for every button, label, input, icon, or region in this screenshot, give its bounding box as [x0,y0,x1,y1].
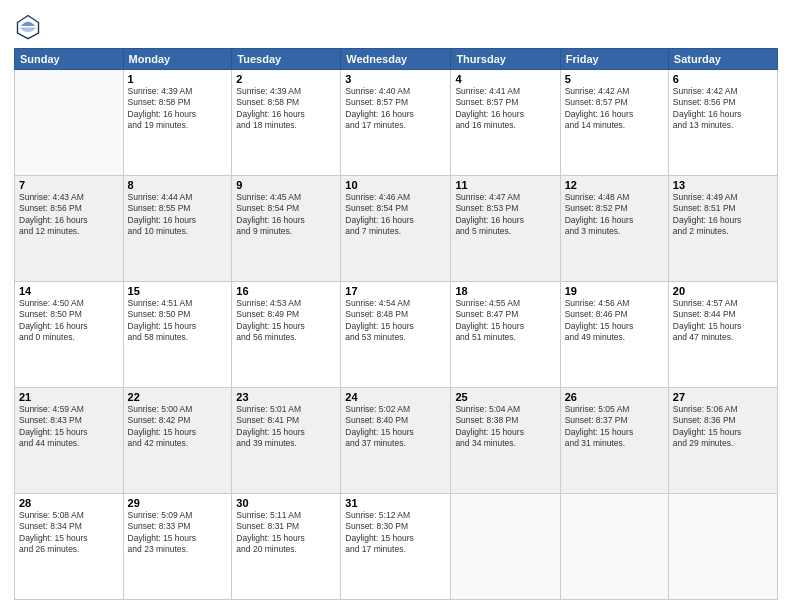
day-number: 12 [565,179,664,191]
calendar-table: SundayMondayTuesdayWednesdayThursdayFrid… [14,48,778,600]
weekday-header: Friday [560,49,668,70]
day-number: 23 [236,391,336,403]
day-number: 2 [236,73,336,85]
day-number: 24 [345,391,446,403]
day-detail: Sunrise: 4:53 AM Sunset: 8:49 PM Dayligh… [236,298,336,344]
calendar-day-cell: 3Sunrise: 4:40 AM Sunset: 8:57 PM Daylig… [341,70,451,176]
day-number: 1 [128,73,228,85]
calendar-day-cell: 21Sunrise: 4:59 AM Sunset: 8:43 PM Dayli… [15,388,124,494]
calendar-header-row: SundayMondayTuesdayWednesdayThursdayFrid… [15,49,778,70]
calendar-day-cell: 6Sunrise: 4:42 AM Sunset: 8:56 PM Daylig… [668,70,777,176]
calendar-day-cell: 18Sunrise: 4:55 AM Sunset: 8:47 PM Dayli… [451,282,560,388]
weekday-header: Wednesday [341,49,451,70]
calendar-day-cell: 2Sunrise: 4:39 AM Sunset: 8:58 PM Daylig… [232,70,341,176]
logo-icon [14,12,42,40]
day-detail: Sunrise: 5:06 AM Sunset: 8:36 PM Dayligh… [673,404,773,450]
day-number: 16 [236,285,336,297]
day-number: 21 [19,391,119,403]
day-number: 28 [19,497,119,509]
day-number: 9 [236,179,336,191]
calendar-day-cell: 28Sunrise: 5:08 AM Sunset: 8:34 PM Dayli… [15,494,124,600]
day-number: 3 [345,73,446,85]
day-detail: Sunrise: 4:49 AM Sunset: 8:51 PM Dayligh… [673,192,773,238]
day-number: 15 [128,285,228,297]
calendar-day-cell: 5Sunrise: 4:42 AM Sunset: 8:57 PM Daylig… [560,70,668,176]
header [14,12,778,40]
weekday-header: Monday [123,49,232,70]
day-detail: Sunrise: 4:42 AM Sunset: 8:56 PM Dayligh… [673,86,773,132]
calendar-day-cell [560,494,668,600]
calendar-day-cell: 26Sunrise: 5:05 AM Sunset: 8:37 PM Dayli… [560,388,668,494]
day-detail: Sunrise: 4:45 AM Sunset: 8:54 PM Dayligh… [236,192,336,238]
day-detail: Sunrise: 4:39 AM Sunset: 8:58 PM Dayligh… [128,86,228,132]
day-detail: Sunrise: 4:50 AM Sunset: 8:50 PM Dayligh… [19,298,119,344]
day-detail: Sunrise: 4:54 AM Sunset: 8:48 PM Dayligh… [345,298,446,344]
calendar-day-cell: 25Sunrise: 5:04 AM Sunset: 8:38 PM Dayli… [451,388,560,494]
calendar-day-cell: 12Sunrise: 4:48 AM Sunset: 8:52 PM Dayli… [560,176,668,282]
calendar-day-cell: 14Sunrise: 4:50 AM Sunset: 8:50 PM Dayli… [15,282,124,388]
day-number: 29 [128,497,228,509]
day-number: 19 [565,285,664,297]
day-detail: Sunrise: 5:11 AM Sunset: 8:31 PM Dayligh… [236,510,336,556]
day-detail: Sunrise: 5:00 AM Sunset: 8:42 PM Dayligh… [128,404,228,450]
calendar-week-row: 28Sunrise: 5:08 AM Sunset: 8:34 PM Dayli… [15,494,778,600]
calendar-day-cell: 30Sunrise: 5:11 AM Sunset: 8:31 PM Dayli… [232,494,341,600]
day-detail: Sunrise: 5:02 AM Sunset: 8:40 PM Dayligh… [345,404,446,450]
calendar-day-cell: 15Sunrise: 4:51 AM Sunset: 8:50 PM Dayli… [123,282,232,388]
day-number: 4 [455,73,555,85]
calendar-week-row: 21Sunrise: 4:59 AM Sunset: 8:43 PM Dayli… [15,388,778,494]
day-detail: Sunrise: 4:56 AM Sunset: 8:46 PM Dayligh… [565,298,664,344]
calendar-day-cell: 19Sunrise: 4:56 AM Sunset: 8:46 PM Dayli… [560,282,668,388]
calendar-day-cell: 13Sunrise: 4:49 AM Sunset: 8:51 PM Dayli… [668,176,777,282]
day-number: 17 [345,285,446,297]
day-number: 10 [345,179,446,191]
calendar-day-cell: 16Sunrise: 4:53 AM Sunset: 8:49 PM Dayli… [232,282,341,388]
weekday-header: Tuesday [232,49,341,70]
day-number: 26 [565,391,664,403]
weekday-header: Saturday [668,49,777,70]
day-number: 5 [565,73,664,85]
day-detail: Sunrise: 4:46 AM Sunset: 8:54 PM Dayligh… [345,192,446,238]
calendar-day-cell: 27Sunrise: 5:06 AM Sunset: 8:36 PM Dayli… [668,388,777,494]
calendar-day-cell: 31Sunrise: 5:12 AM Sunset: 8:30 PM Dayli… [341,494,451,600]
calendar-day-cell: 22Sunrise: 5:00 AM Sunset: 8:42 PM Dayli… [123,388,232,494]
day-number: 20 [673,285,773,297]
calendar-week-row: 14Sunrise: 4:50 AM Sunset: 8:50 PM Dayli… [15,282,778,388]
day-number: 27 [673,391,773,403]
calendar-day-cell: 4Sunrise: 4:41 AM Sunset: 8:57 PM Daylig… [451,70,560,176]
calendar-day-cell: 8Sunrise: 4:44 AM Sunset: 8:55 PM Daylig… [123,176,232,282]
calendar-day-cell [668,494,777,600]
day-detail: Sunrise: 4:55 AM Sunset: 8:47 PM Dayligh… [455,298,555,344]
day-detail: Sunrise: 4:41 AM Sunset: 8:57 PM Dayligh… [455,86,555,132]
calendar-day-cell: 17Sunrise: 4:54 AM Sunset: 8:48 PM Dayli… [341,282,451,388]
day-number: 7 [19,179,119,191]
day-detail: Sunrise: 4:39 AM Sunset: 8:58 PM Dayligh… [236,86,336,132]
calendar-day-cell: 11Sunrise: 4:47 AM Sunset: 8:53 PM Dayli… [451,176,560,282]
calendar-week-row: 7Sunrise: 4:43 AM Sunset: 8:56 PM Daylig… [15,176,778,282]
day-number: 8 [128,179,228,191]
day-detail: Sunrise: 5:09 AM Sunset: 8:33 PM Dayligh… [128,510,228,556]
day-number: 22 [128,391,228,403]
day-detail: Sunrise: 4:42 AM Sunset: 8:57 PM Dayligh… [565,86,664,132]
calendar-week-row: 1Sunrise: 4:39 AM Sunset: 8:58 PM Daylig… [15,70,778,176]
day-number: 13 [673,179,773,191]
day-number: 6 [673,73,773,85]
day-detail: Sunrise: 5:05 AM Sunset: 8:37 PM Dayligh… [565,404,664,450]
calendar-day-cell: 20Sunrise: 4:57 AM Sunset: 8:44 PM Dayli… [668,282,777,388]
calendar-day-cell: 29Sunrise: 5:09 AM Sunset: 8:33 PM Dayli… [123,494,232,600]
calendar-day-cell: 24Sunrise: 5:02 AM Sunset: 8:40 PM Dayli… [341,388,451,494]
day-detail: Sunrise: 4:48 AM Sunset: 8:52 PM Dayligh… [565,192,664,238]
day-detail: Sunrise: 5:01 AM Sunset: 8:41 PM Dayligh… [236,404,336,450]
day-detail: Sunrise: 5:04 AM Sunset: 8:38 PM Dayligh… [455,404,555,450]
calendar-day-cell: 1Sunrise: 4:39 AM Sunset: 8:58 PM Daylig… [123,70,232,176]
calendar-day-cell [15,70,124,176]
weekday-header: Sunday [15,49,124,70]
day-detail: Sunrise: 5:08 AM Sunset: 8:34 PM Dayligh… [19,510,119,556]
day-number: 25 [455,391,555,403]
day-number: 18 [455,285,555,297]
day-detail: Sunrise: 4:40 AM Sunset: 8:57 PM Dayligh… [345,86,446,132]
day-detail: Sunrise: 4:44 AM Sunset: 8:55 PM Dayligh… [128,192,228,238]
weekday-header: Thursday [451,49,560,70]
calendar-container: SundayMondayTuesdayWednesdayThursdayFrid… [0,0,792,612]
day-detail: Sunrise: 5:12 AM Sunset: 8:30 PM Dayligh… [345,510,446,556]
